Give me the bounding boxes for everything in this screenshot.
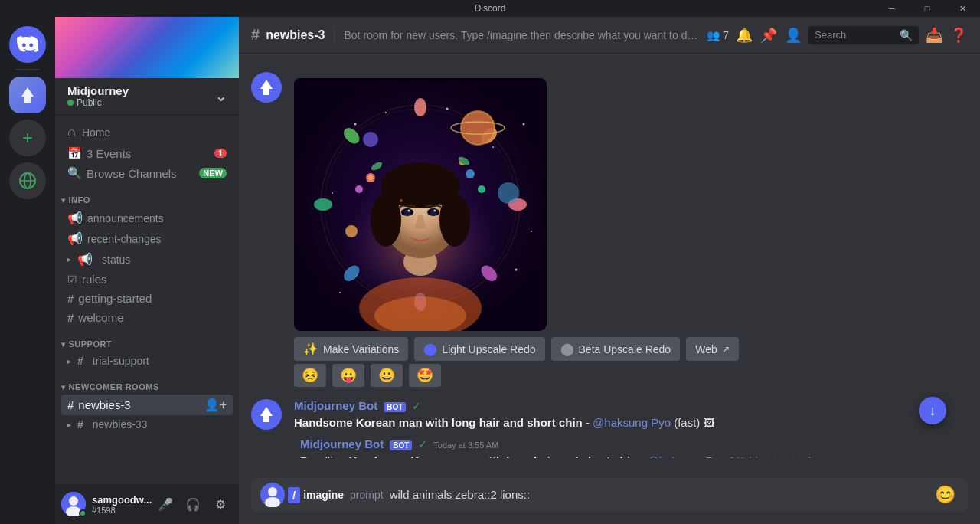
svg-point-34 bbox=[339, 292, 341, 293]
bot-badge-3: BOT bbox=[390, 440, 412, 450]
status-label: status bbox=[102, 254, 130, 266]
action-buttons-row1: ✨ Make Variations ⬤ Light Upscale Redo ⬤… bbox=[294, 337, 968, 361]
user-avatar bbox=[61, 492, 86, 516]
discord-home-button[interactable] bbox=[9, 26, 46, 63]
bot-avatar-2 bbox=[251, 399, 282, 430]
scroll-to-bottom-button[interactable]: ↓ bbox=[919, 397, 946, 424]
channel-hash-icon: # bbox=[251, 26, 260, 44]
command-name: imagine bbox=[303, 489, 344, 501]
svg-point-39 bbox=[439, 193, 470, 247]
svg-point-44 bbox=[408, 210, 410, 212]
beta-upscale-redo-button[interactable]: ⬤ Beta Upscale Redo bbox=[551, 337, 681, 361]
svg-point-29 bbox=[492, 146, 494, 148]
prompt-message-1: Midjourney Bot BOT ✓ Handsome Korean man… bbox=[239, 398, 980, 433]
info-section-header[interactable]: ▾ INFO bbox=[55, 183, 239, 208]
server-header[interactable]: Midjourney Public ⌄ bbox=[55, 78, 239, 115]
events-badge: 1 bbox=[214, 149, 227, 158]
chat-area: ✨ Make Variations ⬤ Light Upscale Redo ⬤… bbox=[239, 54, 980, 458]
recent-changes-channel[interactable]: 📢 recent-changes bbox=[61, 228, 233, 249]
light-upscale-icon: ⬤ bbox=[423, 342, 437, 356]
hash-icon-newbies33: # bbox=[77, 418, 83, 431]
getting-started-channel[interactable]: # getting-started bbox=[61, 289, 233, 308]
trial-support-channel[interactable]: ▸ # trial-support bbox=[61, 352, 233, 370]
make-variations-label: Make Variations bbox=[323, 343, 399, 355]
support-section-header[interactable]: ▾ SUPPORT bbox=[55, 327, 239, 352]
close-button[interactable]: ✕ bbox=[945, 0, 980, 17]
help-button[interactable]: ❓ bbox=[949, 26, 968, 44]
header-actions: 👥 7 🔔 📌 👤 🔍 📥 ❓ bbox=[707, 26, 968, 44]
rerolling-prompt: Handsome Korean man with long hair and s… bbox=[348, 454, 637, 458]
status-icon: 📢 bbox=[77, 252, 93, 267]
minimize-button[interactable]: ─ bbox=[874, 0, 910, 17]
scroll-down-icon: ↓ bbox=[929, 403, 936, 419]
newbies-3-label: newbies-3 bbox=[78, 398, 130, 411]
members-icon: 👥 bbox=[707, 29, 720, 41]
server-divider bbox=[15, 69, 40, 70]
titlebar: Discord ─ □ ✕ bbox=[0, 0, 980, 17]
member-count-number: 7 bbox=[723, 29, 729, 41]
bot-avatar bbox=[251, 72, 282, 103]
checkmark-icon-3: ✓ bbox=[418, 438, 427, 450]
browse-channels-item[interactable]: 🔍 Browse Channels NEW bbox=[61, 163, 233, 183]
svg-point-47 bbox=[439, 204, 441, 206]
user-info: samgoodw... #1598 bbox=[92, 494, 147, 515]
add-member-icon[interactable]: 👤+ bbox=[204, 398, 227, 412]
rules-channel[interactable]: ☑ rules bbox=[61, 270, 233, 289]
search-input[interactable] bbox=[815, 29, 897, 41]
chat-input-field[interactable] bbox=[384, 478, 929, 512]
announcements-channel[interactable]: 📢 announcements bbox=[61, 208, 233, 228]
speed-2: (fast) bbox=[674, 416, 703, 429]
web-button[interactable]: Web ↗ bbox=[686, 337, 739, 361]
newcomer-rooms-section-header[interactable]: ▾ NEWCOMER ROOMS bbox=[55, 370, 239, 395]
light-upscale-redo-button[interactable]: ⬤ Light Upscale Redo bbox=[414, 337, 544, 361]
svg-point-52 bbox=[478, 185, 485, 193]
bot-name-3: Midjourney Bot bbox=[300, 437, 384, 450]
midjourney-server-icon[interactable] bbox=[9, 77, 46, 113]
light-upscale-label: Light Upscale Redo bbox=[442, 343, 535, 355]
reaction-4[interactable]: 🤩 bbox=[409, 364, 441, 387]
rerolling-message-content: Midjourney Bot BOT ✓ Today at 3:55 AM Re… bbox=[294, 437, 968, 458]
browse-channels-badge: NEW bbox=[199, 168, 227, 178]
settings-button[interactable]: ⚙ bbox=[208, 492, 233, 516]
headset-button[interactable]: 🎧 bbox=[181, 492, 205, 516]
notification-bell-button[interactable]: 🔔 bbox=[735, 26, 753, 44]
app-title: Discord bbox=[475, 3, 506, 14]
username: samgoodw... bbox=[92, 494, 147, 506]
svg-point-25 bbox=[345, 225, 358, 237]
maximize-button[interactable]: □ bbox=[910, 0, 945, 17]
svg-point-60 bbox=[268, 487, 277, 496]
member-list-button[interactable]: 👤 bbox=[784, 26, 802, 44]
collapse-icon: ▸ bbox=[67, 255, 71, 264]
microphone-button[interactable]: 🎤 bbox=[153, 492, 178, 516]
web-icon: ↗ bbox=[722, 344, 730, 355]
pin-button[interactable]: 📌 bbox=[760, 26, 778, 44]
reaction-2[interactable]: 😛 bbox=[332, 364, 364, 387]
reaction-3[interactable]: 😀 bbox=[371, 364, 403, 387]
channel-header: # newbies-3 Bot room for new users. Type… bbox=[239, 17, 980, 54]
explore-servers-button[interactable] bbox=[9, 162, 46, 199]
recent-changes-label: recent-changes bbox=[87, 233, 162, 245]
reaction-1[interactable]: 😣 bbox=[294, 364, 326, 387]
events-channel-item[interactable]: 📅 3 Events 1 bbox=[61, 143, 233, 163]
newcomer-arrow-icon: ▾ bbox=[61, 383, 66, 391]
inbox-button[interactable]: 📥 bbox=[925, 26, 943, 44]
header-divider bbox=[334, 26, 335, 44]
welcome-channel[interactable]: # welcome bbox=[61, 308, 233, 327]
svg-point-28 bbox=[446, 108, 449, 110]
status-channel[interactable]: ▸ 📢 status bbox=[61, 249, 233, 270]
svg-point-46 bbox=[400, 199, 403, 202]
browse-channels-label: Browse Channels bbox=[87, 167, 177, 180]
newbies-3-channel[interactable]: # newbies-3 👤+ bbox=[61, 395, 233, 415]
command-param: prompt bbox=[350, 489, 384, 501]
prompt-message-1-content: Midjourney Bot BOT ✓ Handsome Korean man… bbox=[294, 399, 968, 431]
add-server-button[interactable]: + bbox=[9, 120, 46, 156]
newcomer-section-label: NEWCOMER ROOMS bbox=[69, 382, 159, 391]
info-arrow-icon: ▾ bbox=[61, 196, 66, 205]
svg-point-12 bbox=[414, 98, 426, 116]
emoji-button[interactable]: 😊 bbox=[929, 485, 962, 505]
svg-point-31 bbox=[332, 192, 333, 194]
home-channel-item[interactable]: ⌂ Home bbox=[61, 121, 233, 143]
newbies-33-channel[interactable]: ▸ # newbies-33 bbox=[61, 415, 233, 434]
make-variations-button[interactable]: ✨ Make Variations bbox=[294, 337, 408, 361]
recent-changes-icon: 📢 bbox=[67, 231, 83, 246]
